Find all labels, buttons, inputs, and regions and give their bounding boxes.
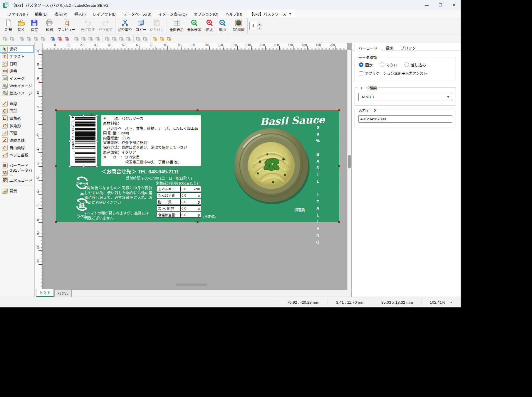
document-selector-dropdown[interactable]: 【8x3】パスタソース (バ xyxy=(247,10,294,18)
tab-block[interactable]: ブロック xyxy=(397,44,419,50)
tab-barcode[interactable]: バーコード xyxy=(355,44,381,50)
selection-handle[interactable] xyxy=(55,165,57,167)
canvas-viewport[interactable]: 4 912345 678904 名 称：バジルソース xyxy=(43,50,347,290)
tool-rectangle[interactable]: 四角形 xyxy=(0,114,34,122)
unlock-button[interactable] xyxy=(159,35,166,42)
tool-freehand-curve[interactable]: 自由曲線 xyxy=(0,144,34,151)
tool-ellipse[interactable]: 円形 xyxy=(0,107,34,114)
selection-handle[interactable] xyxy=(197,221,199,223)
key-button[interactable] xyxy=(166,35,173,42)
zoom-in-button[interactable]: 拡大 xyxy=(203,18,216,34)
tool-polygon[interactable]: 多角形 xyxy=(0,122,34,129)
object-resize-handle[interactable] xyxy=(96,114,98,116)
brand-name-text[interactable]: Basil Sauce xyxy=(244,113,341,128)
object-select-button[interactable] xyxy=(9,35,16,42)
same-size-button[interactable] xyxy=(142,35,149,42)
selection-handle[interactable] xyxy=(338,165,340,167)
selection-handle[interactable] xyxy=(197,109,199,111)
tool-datetime[interactable]: 日時 xyxy=(0,60,34,67)
tool-select[interactable]: 選択 xyxy=(0,45,34,53)
tool-polyline[interactable]: 連続直線 xyxy=(0,136,34,144)
checkbox-icon[interactable] xyxy=(359,71,363,75)
selection-handle[interactable] xyxy=(55,221,57,223)
preview-button[interactable]: プレビュー xyxy=(56,18,77,34)
zoom-out-button[interactable]: 縮小 xyxy=(216,18,229,34)
code-type-dropdown[interactable]: JAN-13 xyxy=(358,93,452,101)
horizontal-scrollbar-thumb[interactable] xyxy=(176,283,207,286)
object-resize-handle[interactable] xyxy=(83,114,85,116)
pasta-bowl-image[interactable] xyxy=(232,126,310,205)
tool-qr-code[interactable]: 二次元コード xyxy=(0,176,34,184)
grid-spacing-button[interactable] xyxy=(56,35,63,42)
sheet-tab-basil[interactable]: バジル xyxy=(54,290,72,297)
page-spinner-down-icon[interactable]: ▼ xyxy=(257,26,262,30)
same-width-button[interactable] xyxy=(135,35,142,42)
tool-merge-image[interactable]: 差込イメージ xyxy=(0,89,34,97)
object-resize-handle[interactable] xyxy=(83,165,85,168)
multi-select-button[interactable] xyxy=(2,35,9,42)
object-resize-handle[interactable] xyxy=(69,114,71,116)
tool-serial-number[interactable]: 123 連番 xyxy=(0,67,34,75)
tool-line[interactable]: 直線 xyxy=(0,100,34,107)
align-top-button[interactable] xyxy=(80,35,87,42)
bring-front-button[interactable] xyxy=(26,35,33,42)
tool-gs1-databar[interactable]: GS1データバー xyxy=(0,169,34,176)
print-button[interactable]: 印刷 xyxy=(43,18,56,34)
tool-bezier-curve[interactable]: ベジェ曲線 xyxy=(0,151,34,158)
page-spinner-up-icon[interactable]: ▲ xyxy=(257,22,262,26)
align-left-button[interactable] xyxy=(73,35,80,42)
object-resize-handle[interactable] xyxy=(96,165,98,168)
barcode-object[interactable]: 4 912345 678904 xyxy=(70,115,97,167)
snap-toggle-button[interactable] xyxy=(49,35,56,42)
warning-text-1[interactable]: ●開缶後はなまものと同様に中身が変質しやすい為、使い残した場合には他の容器に移し… xyxy=(84,186,152,205)
group-button[interactable] xyxy=(19,35,26,42)
save-button[interactable]: 保存 xyxy=(28,18,41,34)
nutrition-table[interactable]: エネルギー 0.0kcal たんぱく質 0.0g 脂 質 0.0g 炭 水 xyxy=(157,186,201,218)
radio-fixed[interactable]: 固定 xyxy=(359,62,373,67)
fit-view-button[interactable]: A 全体表示 xyxy=(185,18,203,34)
menu-help[interactable]: ヘルプ(H) xyxy=(222,10,246,18)
barcode-data-input[interactable] xyxy=(358,115,452,123)
lock-button[interactable] xyxy=(152,35,159,42)
label-design[interactable]: 4 912345 678904 名 称：バジルソース xyxy=(56,110,339,222)
ai-assist-checkbox-row[interactable]: アプリケーション識別子入力アシスト xyxy=(359,70,456,76)
align-bottom-button[interactable] xyxy=(94,35,101,42)
contact-text[interactable]: ＜お問合せ先＞ TEL 048-949-2111 xyxy=(101,168,179,175)
vertical-scrollbar[interactable] xyxy=(347,50,351,290)
copy-button[interactable]: コピー xyxy=(134,18,148,34)
warning-text-2[interactable]: ●トマトの種が見られますが、品質には問題ございません xyxy=(84,211,152,221)
tool-arc[interactable]: 円弧 xyxy=(0,129,34,136)
align-right-button[interactable] xyxy=(87,35,94,42)
paste-button[interactable]: 貼り付け xyxy=(148,18,166,34)
order-button[interactable] xyxy=(40,35,47,42)
product-info-box[interactable]: 名 称：バジルソース 原材料名： バジルペースト、食塩、砂糖、チーズ、にんにく加… xyxy=(101,115,201,166)
menu-options[interactable]: オプション(O) xyxy=(190,10,222,18)
vertical-scrollbar-thumb[interactable] xyxy=(348,155,351,168)
redo-button[interactable]: やり直す xyxy=(97,18,114,34)
tab-settings[interactable]: 設定 xyxy=(382,44,397,50)
menu-database[interactable]: データベース(B) xyxy=(120,10,155,18)
minimize-button[interactable]: — xyxy=(420,0,434,10)
selection-handle[interactable] xyxy=(338,109,340,111)
radio-macro[interactable]: マクロ xyxy=(380,62,397,67)
page-spinner-value[interactable]: 1 xyxy=(249,22,257,30)
undo-button[interactable]: 元に戻す xyxy=(79,18,97,34)
align-center-h-button[interactable] xyxy=(104,35,111,42)
cut-button[interactable]: 切り取り xyxy=(116,18,134,34)
tool-background[interactable]: 背景 xyxy=(0,187,34,194)
maximize-button[interactable]: ❐ xyxy=(434,0,447,10)
db-screen-button[interactable]: DB画面 xyxy=(231,18,246,34)
paste-position-button[interactable] xyxy=(63,35,71,42)
distribute-h-button[interactable] xyxy=(111,35,118,42)
tool-web-image[interactable]: Webイメージ xyxy=(0,82,34,89)
selection-handle[interactable] xyxy=(338,221,340,223)
menu-edit[interactable]: 編集(E) xyxy=(31,10,51,18)
object-resize-handle[interactable] xyxy=(96,140,98,142)
menu-view[interactable]: 表示(V) xyxy=(51,10,71,18)
full-view-button[interactable]: 全面表示 xyxy=(168,18,185,34)
object-resize-handle[interactable] xyxy=(69,165,71,168)
selection-handle[interactable] xyxy=(90,114,93,116)
radio-mail-merge[interactable]: 差し込み xyxy=(405,62,426,67)
align-center-v-button[interactable] xyxy=(125,35,132,42)
new-button[interactable]: 新規 xyxy=(2,18,15,34)
